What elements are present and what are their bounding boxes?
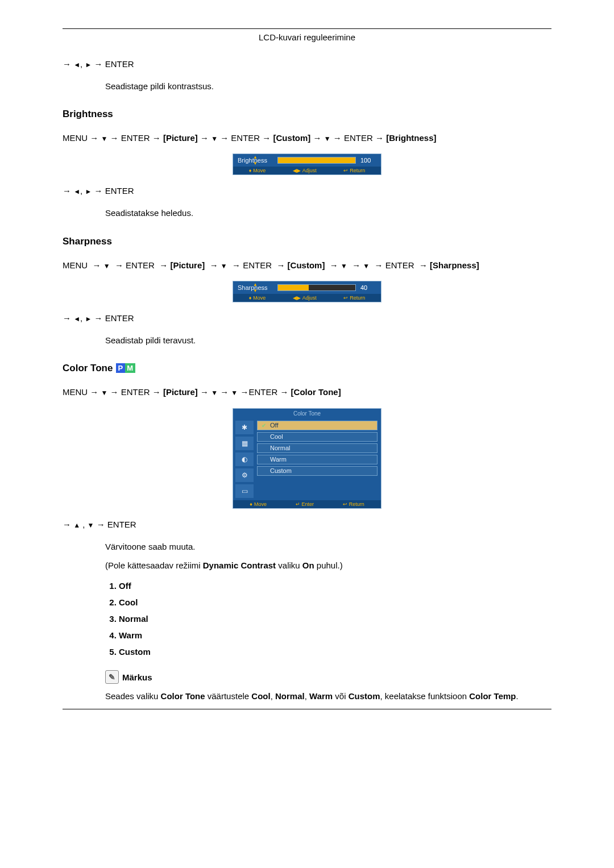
note-heading: ✎ Märkus — [105, 670, 551, 684]
osd-tab-icon-4: ⚙ — [235, 468, 254, 482]
pm-badge-icon: PM — [116, 363, 135, 373]
note-icon: ✎ — [105, 670, 119, 684]
brightness-value: 100 — [360, 157, 376, 164]
osd-colortone-title: Color Tone — [233, 409, 381, 418]
ct-list-off: Off — [119, 578, 551, 594]
down-arrow-icon: ▼ — [101, 135, 108, 143]
leftright-icon: ◀▶ — [293, 168, 301, 173]
sharpness-osd: ▲ Sharpness ▼ 40 ♦Move ◀▶Adjust ↩Return — [63, 281, 551, 302]
osd-brightness-label: Brightness — [238, 157, 267, 164]
sharpness-heading: Sharpness — [63, 236, 551, 247]
right-arrow-icon: ► — [85, 61, 92, 69]
return-icon: ↩ — [343, 168, 348, 173]
down-arrow-icon: ▼ — [103, 262, 110, 270]
sharpness-path: MENU → ▼ → ENTER → [Picture] → ▼ → ENTER… — [63, 258, 551, 273]
osd-ct-off: ✔Off — [257, 421, 377, 430]
left-arrow-icon: ◄ — [73, 188, 80, 196]
down-arrow-icon: ▼ — [324, 135, 331, 143]
sharpness-desc: Seadistab pildi teravust. — [105, 334, 551, 347]
osd-ct-custom: Custom — [257, 466, 377, 476]
osd-tab-icon-2: ▦ — [235, 437, 254, 450]
check-icon: ✔ — [261, 422, 267, 429]
osd-ct-normal: Normal — [257, 443, 377, 453]
ct-list-normal: Normal — [119, 610, 551, 627]
colortone-nav: → ▲ , ▼ → ENTER — [63, 517, 551, 532]
updown-icon: ♦ — [249, 295, 252, 301]
right-arrow-icon: ► — [85, 188, 92, 196]
sharpness-nav: → ◄, ► → ENTER — [63, 310, 551, 326]
down-arrow-icon: ▼ — [363, 262, 370, 270]
brightness-heading: Brightness — [63, 109, 551, 120]
down-arrow-icon: ▼ — [221, 262, 227, 270]
colortone-list: Off Cool Normal Warm Custom — [105, 578, 551, 660]
osd-tab-icon-3: ◐ — [235, 452, 254, 466]
osd-ct-warm: Warm — [257, 455, 377, 464]
rule-bottom — [63, 709, 551, 709]
brightness-osd: ▲ Brightness ▼ 100 ♦Move ◀▶Adjust ↩Retur… — [63, 153, 551, 175]
enter-label: ENTER — [107, 520, 136, 529]
down-caret-icon: ▼ — [253, 161, 258, 166]
contrast-desc: Seadistage pildi kontrastsus. — [105, 80, 551, 93]
enter-icon: ↵ — [296, 501, 300, 507]
down-caret-icon: ▼ — [253, 288, 258, 293]
colortone-osd: Color Tone ✱ ▦ ◐ ⚙ ▭ ✔Off Cool Normal Wa… — [63, 408, 551, 509]
down-arrow-icon: ▼ — [101, 389, 108, 397]
note-body: Seades valiku Color Tone väärtustele Coo… — [105, 690, 551, 703]
down-arrow-icon: ▼ — [231, 389, 238, 397]
updown-icon: ♦ — [249, 168, 252, 173]
up-caret-icon: ▲ — [253, 155, 258, 160]
left-arrow-icon: ◄ — [73, 61, 80, 69]
colortone-heading: Color Tone PM — [63, 363, 551, 374]
down-arrow-icon: ▼ — [88, 521, 94, 529]
down-arrow-icon: ▼ — [211, 389, 218, 397]
sharpness-bar — [277, 284, 356, 291]
page: LCD-kuvari reguleerimine → ◄, ► → ENTER … — [0, 0, 614, 744]
brightness-nav: → ◄, ► → ENTER — [63, 183, 551, 198]
down-arrow-icon: ▼ — [341, 262, 347, 270]
colortone-desc: Värvitoone saab muuta. — [105, 540, 551, 553]
sharpness-value: 40 — [360, 284, 376, 291]
return-icon: ↩ — [343, 295, 348, 301]
enter-label: ENTER — [105, 313, 134, 323]
up-caret-icon: ▲ — [253, 282, 258, 287]
enter-label: ENTER — [105, 59, 134, 69]
contrast-nav: → ◄, ► → ENTER — [63, 56, 551, 72]
osd-tab-icon-5: ▭ — [235, 484, 254, 498]
right-arrow-icon: ► — [85, 315, 92, 323]
brightness-path: MENU → ▼ → ENTER → [Picture] → ▼ → ENTER… — [63, 130, 551, 146]
updown-icon: ♦ — [250, 501, 252, 507]
osd-ct-cool: Cool — [257, 432, 377, 442]
brightness-desc: Seadistatakse heledus. — [105, 206, 551, 219]
ct-list-custom: Custom — [119, 643, 551, 660]
ct-list-cool: Cool — [119, 594, 551, 610]
down-arrow-icon: ▼ — [211, 135, 218, 143]
header-title: LCD-kuvari reguleerimine — [63, 32, 551, 42]
ct-list-warm: Warm — [119, 627, 551, 643]
left-arrow-icon: ◄ — [73, 315, 80, 323]
brightness-bar — [277, 157, 356, 164]
rule-top — [63, 28, 551, 29]
up-arrow-icon: ▲ — [73, 521, 80, 529]
return-icon: ↩ — [343, 501, 347, 507]
enter-label: ENTER — [105, 186, 134, 196]
osd-tab-icon-1: ✱ — [235, 421, 254, 434]
leftright-icon: ◀▶ — [293, 295, 301, 301]
colortone-desc2: (Pole kättesaadav režiimi Dynamic Contra… — [105, 559, 551, 572]
colortone-path: MENU → ▼ → ENTER → [Picture] → ▼ → ▼ →EN… — [63, 384, 551, 400]
